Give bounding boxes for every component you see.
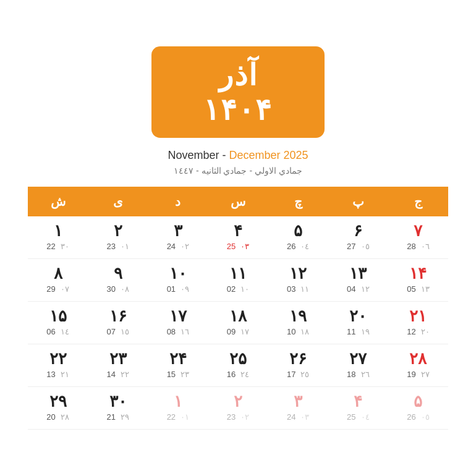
- persian-day-number: ۴: [354, 392, 362, 411]
- persian-day-number: ۱۹: [289, 307, 307, 326]
- calendar-day-cell: ۲۷18٢٦: [328, 344, 388, 387]
- hijri-day-number: ٣٠: [61, 242, 69, 251]
- day-sub-row: 23٠٢: [209, 412, 266, 422]
- persian-day-number: ۱۴: [409, 264, 427, 283]
- weekday-header-cell: ی: [88, 187, 148, 216]
- persian-day-number: ۴: [234, 221, 242, 240]
- day-sub-row: 12٢٠: [389, 327, 447, 336]
- day-cell-inner: ۱22٣٠: [29, 221, 87, 251]
- hijri-day-number: ٠٢: [181, 242, 189, 251]
- persian-day-number: ۲۹: [49, 392, 67, 411]
- gregorian-day-number: 06: [46, 327, 55, 336]
- calendar-day-cell: ۳24٠٣: [268, 387, 328, 430]
- calendar-day-cell: ۱۱02١٠: [208, 259, 268, 302]
- day-cell-inner: ۱۴05١٣: [389, 264, 447, 294]
- calendar-day-cell: ۶27٠٥: [328, 216, 388, 259]
- day-sub-row: 07١٥: [89, 327, 147, 336]
- gregorian-day-number: 15: [167, 370, 176, 379]
- calendar-day-cell: ۳24٠٢: [148, 216, 208, 259]
- calendar-week-row: ۵26٠٥۴25٠٤۳24٠٣۲23٠٢۱22٠١۳۰21٢٩۲۹20٢٨: [28, 387, 448, 430]
- calendar-week-row: ۲۸19٢٧۲۷18٢٦۲۶17٢٥۲۵16٢٤۲۴15٢٣۲۳14٢٢۲۲13…: [28, 344, 448, 387]
- day-cell-inner: ۱۹10١٨: [270, 307, 327, 336]
- day-cell-inner: ۱۲03١١: [270, 264, 327, 294]
- day-cell-inner: ۲۴15٢٣: [149, 349, 206, 379]
- persian-day-number: ۱۵: [49, 307, 67, 326]
- calendar-day-cell: ۵26٠٤: [268, 216, 328, 259]
- hijri-day-number: ١٥: [121, 327, 129, 336]
- day-sub-row: 17٢٥: [270, 370, 327, 379]
- calendar-day-cell: ۲23٠٢: [208, 387, 268, 430]
- gregorian-day-number: 22: [167, 412, 176, 422]
- day-sub-row: 22٣٠: [29, 242, 87, 251]
- gregorian-day-number: 20: [46, 412, 55, 422]
- gregorian-day-number: 26: [287, 242, 295, 251]
- calendar-day-cell: ۷28٠٦: [388, 216, 448, 259]
- calendar-day-cell: ۱۵06١٤: [28, 302, 88, 344]
- hijri-day-number: ٠٤: [361, 412, 370, 422]
- persian-day-number: ۱۷: [169, 307, 187, 326]
- gregorian-day-number: 26: [407, 412, 415, 422]
- day-sub-row: 29٠٧: [29, 284, 87, 294]
- day-sub-row: 01٠٩: [149, 284, 206, 294]
- day-sub-row: 16٢٤: [209, 370, 266, 379]
- persian-month-header: آذر ۱۴۰۴: [151, 46, 325, 138]
- weekday-header-cell: س: [208, 187, 268, 216]
- hijri-day-number: ٢٧: [421, 370, 430, 379]
- calendar-day-cell: ۱۸09١٧: [208, 302, 268, 344]
- persian-day-number: ۱۳: [349, 264, 367, 283]
- calendar-day-cell: ۴25٠٤: [328, 387, 388, 430]
- gregorian-day-number: 05: [407, 284, 415, 294]
- persian-day-number: ۳۰: [109, 392, 127, 411]
- gregorian-day-number: 07: [106, 327, 115, 336]
- gregorian-day-number: 29: [46, 284, 55, 294]
- hijri-day-number: ٠٨: [121, 284, 129, 294]
- persian-day-number: ۷: [414, 221, 422, 240]
- day-sub-row: 23٠١: [89, 242, 147, 251]
- hijri-day-number: ١٠: [240, 284, 249, 294]
- day-cell-inner: ۹30٠٨: [89, 264, 147, 294]
- hijri-day-number: ١٧: [240, 327, 249, 336]
- persian-day-number: ۲۲: [49, 349, 67, 368]
- calendar-day-cell: ۳۰21٢٩: [88, 387, 148, 430]
- hijri-day-number: ٠٧: [61, 284, 69, 294]
- calendar-week-row: ۷28٠٦۶27٠٥۵26٠٤۴25٠٣۳24٠٢۲23٠١۱22٣٠: [28, 216, 448, 259]
- calendar-week-row: ۲۱12٢٠۲۰11١٩۱۹10١٨۱۸09١٧۱۷08١٦۱۶07١٥۱۵06…: [28, 302, 448, 344]
- calendar-day-cell: ۱22٣٠: [28, 216, 88, 259]
- day-cell-inner: ۲23٠١: [89, 221, 147, 251]
- calendar-day-cell: ۲۸19٢٧: [388, 344, 448, 387]
- day-sub-row: 11١٩: [329, 327, 387, 336]
- day-sub-row: 28٠٦: [389, 242, 447, 251]
- hijri-day-number: ٠٣: [240, 242, 249, 251]
- day-cell-inner: ۲۹20٢٨: [29, 392, 87, 422]
- day-cell-inner: ۵26٠٤: [270, 221, 327, 251]
- gregorian-day-number: 04: [347, 284, 355, 294]
- day-sub-row: 27٠٥: [329, 242, 387, 251]
- calendar-day-cell: ۲۰11١٩: [328, 302, 388, 344]
- hijri-day-number: ١٩: [361, 327, 370, 336]
- hijri-day-number: ٢٥: [300, 370, 309, 379]
- weekday-header-cell: ش: [28, 187, 88, 216]
- day-sub-row: 13٢١: [29, 370, 87, 379]
- day-sub-row: 26٠٥: [389, 412, 447, 422]
- calendar-day-cell: ۲۲13٢١: [28, 344, 88, 387]
- day-sub-row: 08١٦: [149, 327, 206, 336]
- persian-day-number: ۱: [174, 392, 182, 411]
- calendar-day-cell: ۲۵16٢٤: [208, 344, 268, 387]
- day-cell-inner: ۱۱02١٠: [209, 264, 266, 294]
- weekday-header-cell: د: [148, 187, 208, 216]
- gregorian-day-number: 22: [46, 242, 55, 251]
- day-cell-inner: ۱۶07١٥: [89, 307, 147, 336]
- calendar-day-cell: ۱22٠١: [148, 387, 208, 430]
- day-cell-inner: ۷28٠٦: [389, 221, 447, 251]
- day-sub-row: 21٢٩: [89, 412, 147, 422]
- calendar-day-cell: ۲23٠١: [88, 216, 148, 259]
- calendar-day-cell: ۲۳14٢٢: [88, 344, 148, 387]
- day-cell-inner: ۲۶17٢٥: [270, 349, 327, 379]
- day-cell-inner: ۲۸19٢٧: [389, 349, 447, 379]
- gregorian-day-number: 23: [106, 242, 115, 251]
- persian-day-number: ۱۰: [169, 264, 187, 283]
- gregorian-day-number: 24: [287, 412, 295, 422]
- gregorian-day-number: 24: [167, 242, 176, 251]
- day-cell-inner: ۲۳14٢٢: [89, 349, 147, 379]
- calendar-table: جپچسدیش ۷28٠٦۶27٠٥۵26٠٤۴25٠٣۳24٠٢۲23٠١۱2…: [28, 187, 448, 430]
